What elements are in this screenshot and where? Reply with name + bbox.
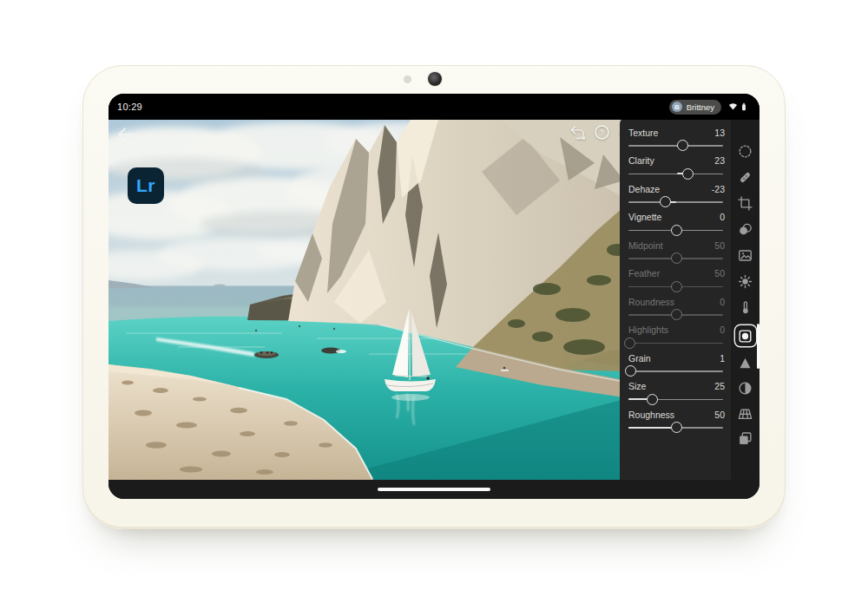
midpoint-value: 50 [714,240,725,251]
profiles-icon [737,221,753,238]
versions-icon [737,430,753,447]
roughness-label: Roughness [628,410,674,420]
photo-canvas[interactable] [108,120,624,480]
slider-row-feather: Feather 50 [628,268,725,295]
vignette-value: 0 [720,212,725,222]
tool-rail [731,117,760,480]
slider-row-dehaze: Dehaze -23 [628,183,725,210]
vignette-slider-track[interactable] [628,225,725,237]
undo-button[interactable] [569,123,587,141]
clarity-slider-knob[interactable] [682,168,694,180]
slider-row-grain: Grain 1 [628,352,725,379]
grain-slider-track[interactable] [628,365,725,377]
roughness-value: 50 [714,410,725,420]
highlights-slider-track[interactable] [628,338,725,350]
bottom-nav-bar [108,480,760,499]
dehaze-slider-knob[interactable] [660,196,671,207]
tool-versions-button[interactable] [735,428,756,449]
texture-label: Texture [628,128,658,138]
slider-row-highlights: Highlights 0 [628,324,725,351]
slider-row-vignette: Vignette 0 [628,212,725,239]
presets-icon [737,247,753,264]
help-button[interactable]: ? [593,123,611,141]
tool-effects-button[interactable] [735,325,756,346]
texture-slider-track[interactable] [628,140,725,152]
slider-row-texture: Texture 13 [628,127,725,154]
midpoint-label: Midpoint [628,240,663,251]
highlights-value: 0 [720,324,725,335]
highlights-slider-knob[interactable] [624,338,635,349]
highlights-label: Highlights [628,324,668,335]
grain-value: 1 [720,353,725,364]
midpoint-slider-knob[interactable] [671,252,682,264]
light-sensor-dot [404,75,411,83]
clarity-slider-track[interactable] [628,168,725,180]
size-slider-knob[interactable] [647,394,658,405]
tool-profiles-button[interactable] [735,219,756,239]
feather-slider-track[interactable] [628,281,725,293]
wifi-icon [727,101,739,113]
tool-crop-button[interactable] [735,193,756,213]
account-name: Brittney [687,102,714,112]
effects-icon [737,328,753,344]
size-value: 25 [714,381,725,391]
account-badge[interactable]: B Brittney [669,100,721,115]
slider-row-clarity: Clarity 23 [628,155,725,182]
roughness-slider-track[interactable] [628,422,725,434]
feather-value: 50 [714,268,725,279]
clarity-value: 23 [714,155,725,166]
tool-detail-button[interactable] [735,352,756,373]
roundness-slider-track[interactable] [628,309,725,321]
dehaze-slider-track[interactable] [628,196,725,208]
svg-text:?: ? [600,128,604,137]
tool-optics-button[interactable] [735,377,756,398]
tool-geometry-button[interactable] [735,403,756,423]
optics-icon [737,380,753,397]
vignette-label: Vignette [628,212,661,222]
rail-scrollbar[interactable] [757,324,760,369]
battery-icon [739,101,749,113]
healing-icon [737,169,753,186]
texture-slider-knob[interactable] [677,140,688,151]
edit-workspace: Lr ? Texture 13 Clarity 23 Dehaze -23 [108,120,760,480]
photo [108,120,624,480]
slider-row-roughness: Roughness 50 [628,409,725,436]
midpoint-slider-track[interactable] [628,252,725,265]
vignette-slider-knob[interactable] [671,225,682,236]
feather-label: Feather [628,268,660,279]
size-slider-track[interactable] [628,394,725,406]
tool-color-button[interactable] [735,297,756,318]
size-label: Size [628,381,646,391]
geometry-icon [737,405,753,422]
stage: 10:29 B Brittney [0,0,868,590]
home-indicator[interactable] [378,488,490,491]
tool-light-button[interactable] [735,271,756,292]
slider-row-midpoint: Midpoint 50 [628,239,725,266]
clock: 10:29 [117,102,142,112]
tool-healing-button[interactable] [735,167,756,187]
slider-row-size: Size 25 [628,381,725,408]
clarity-label: Clarity [628,155,654,166]
color-icon [737,299,753,316]
crop-icon [737,195,753,212]
status-icons [727,101,749,113]
roundness-value: 0 [720,297,725,307]
roundness-slider-knob[interactable] [671,309,682,320]
dehaze-label: Dehaze [628,184,660,194]
texture-value: 13 [714,128,725,138]
dehaze-value: -23 [712,184,725,194]
avatar: B [672,102,682,112]
status-bar-right: B Brittney [669,100,749,115]
masking-icon [737,143,753,160]
tablet-device: 10:29 B Brittney [82,65,786,529]
tool-presets-button[interactable] [735,245,756,266]
grain-slider-knob[interactable] [625,365,636,377]
screen: 10:29 B Brittney [108,94,760,499]
back-button[interactable] [115,124,136,145]
roundness-label: Roundness [628,297,674,307]
roughness-slider-knob[interactable] [671,422,682,433]
slider-row-roundness: Roundness 0 [628,296,725,323]
feather-slider-knob[interactable] [671,281,682,292]
tool-masking-button[interactable] [735,141,756,161]
effects-panel: Texture 13 Clarity 23 Dehaze -23 [620,117,731,480]
